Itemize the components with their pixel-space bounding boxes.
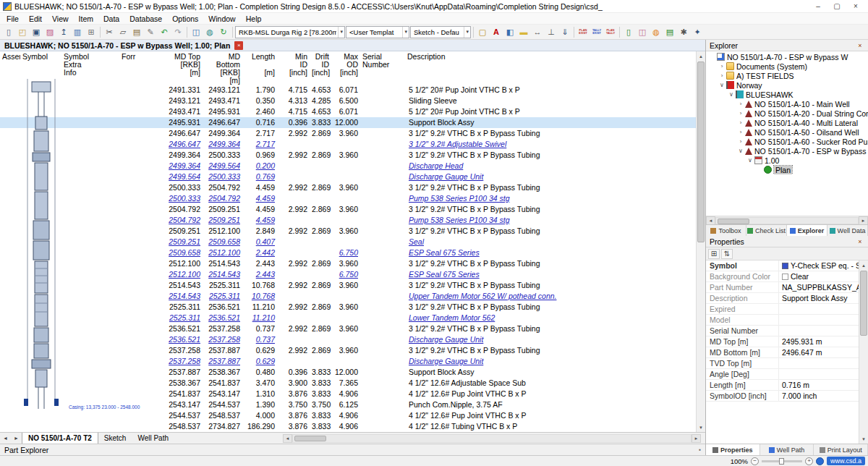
column-header[interactable]: Length [m] <box>242 51 277 85</box>
table-row[interactable]: 2509.251 2512.100 2.849 2.992 2.869 3.96… <box>0 226 696 237</box>
table-row[interactable]: 2500.333 2504.792 4.459 Pump 538 Series … <box>0 193 696 204</box>
menu-item[interactable]: Data <box>98 13 124 24</box>
length-cell[interactable]: 0.480 <box>242 367 277 378</box>
expander-icon[interactable]: › <box>737 101 744 107</box>
description-cell[interactable]: Discharge Head <box>405 161 696 171</box>
length-cell[interactable]: 11.210 <box>242 302 277 313</box>
drift-id-cell[interactable] <box>310 215 331 226</box>
gauge-icon[interactable]: ◍ <box>650 26 663 38</box>
drift-id-cell[interactable] <box>310 334 331 345</box>
property-row[interactable]: Angle [Deg] ▼ <box>706 369 859 380</box>
md-top-cell[interactable]: 2512.100 <box>163 258 203 269</box>
max-od-cell[interactable]: 3.960 <box>331 128 360 139</box>
max-od-cell[interactable]: 6.071 <box>331 106 360 117</box>
tab-well-data[interactable]: Well Data <box>827 225 868 236</box>
max-od-cell[interactable] <box>331 215 360 226</box>
md-top-cell[interactable]: 2525.311 <box>163 313 203 323</box>
highlight-icon[interactable]: ▬ <box>517 26 530 38</box>
chevron-down-icon[interactable]: ▾ <box>464 27 470 38</box>
min-id-cell[interactable] <box>277 247 310 258</box>
length-cell[interactable]: 2.849 <box>242 226 277 237</box>
description-cell[interactable]: 3 1/2" 9.2# VTHC B x P Bypass Tubing <box>405 323 696 334</box>
table-row[interactable]: 2509.251 2509.658 0.407 Seal <box>0 237 696 247</box>
drift-id-cell[interactable]: 2.869 <box>310 226 331 237</box>
serial-number-cell[interactable] <box>360 193 405 204</box>
properties-close-icon[interactable]: × <box>856 238 864 245</box>
new-document-icon[interactable]: ▯ <box>2 26 15 38</box>
md-top-cell[interactable]: 2493.471 <box>163 106 203 117</box>
drift-id-cell[interactable]: 4.653 <box>310 85 331 96</box>
max-od-cell[interactable]: 4.906 <box>331 421 360 432</box>
max-od-cell[interactable]: 3.960 <box>331 323 360 334</box>
part-explorer-label[interactable]: Part Explorer <box>4 446 48 454</box>
drift-id-cell[interactable]: 3.833 <box>310 389 331 399</box>
max-od-cell[interactable]: 6.750 <box>331 247 360 258</box>
md-top-cell[interactable]: 2509.251 <box>163 237 203 247</box>
md-bottom-cell[interactable]: 2544.537 <box>203 399 242 410</box>
property-row[interactable]: Part Number NA_SUPPBLKASSY_A ▼ <box>706 282 859 293</box>
drift-id-cell[interactable] <box>310 139 331 150</box>
drift-id-cell[interactable] <box>310 193 331 204</box>
menu-item[interactable]: View <box>47 13 74 24</box>
property-value[interactable]: 0.716 m ▼ <box>778 380 859 390</box>
menu-item[interactable]: Item <box>74 13 98 24</box>
chevron-down-icon[interactable]: ▾ <box>402 27 409 38</box>
serial-number-cell[interactable] <box>360 128 405 139</box>
serial-number-cell[interactable] <box>360 399 405 410</box>
md-top-cell[interactable]: 2499.364 <box>163 150 203 161</box>
md-bottom-cell[interactable]: 2514.543 <box>203 269 242 280</box>
expander-icon[interactable]: ∨ <box>737 148 744 154</box>
max-od-cell[interactable]: 12.000 <box>331 367 360 378</box>
part-explorer-bar[interactable]: Part Explorer ▪ <box>0 444 705 455</box>
md-bottom-cell[interactable]: 2496.647 <box>203 117 242 128</box>
md-top-cell[interactable]: 2499.564 <box>163 171 203 182</box>
min-id-cell[interactable]: 2.992 <box>277 182 310 193</box>
drift-id-cell[interactable]: 3.833 <box>310 117 331 128</box>
menu-item[interactable]: Help <box>241 13 267 24</box>
serial-number-cell[interactable] <box>360 421 405 432</box>
length-cell[interactable]: 1.310 <box>242 389 277 399</box>
length-cell[interactable]: 10.768 <box>242 291 277 302</box>
min-id-cell[interactable] <box>277 215 310 226</box>
sort-alpha-icon[interactable]: ⇅ <box>721 249 733 259</box>
serial-number-cell[interactable] <box>360 323 405 334</box>
min-id-cell[interactable]: 2.992 <box>277 226 310 237</box>
drift-id-cell[interactable] <box>310 237 331 247</box>
column-header[interactable]: Forr <box>119 51 163 85</box>
md-bottom-cell[interactable]: 2499.364 <box>203 139 242 150</box>
length-cell[interactable]: 2.717 <box>242 128 277 139</box>
user-template-combo[interactable]: <User Templat ▾ <box>346 26 409 38</box>
min-id-cell[interactable]: 2.992 <box>277 150 310 161</box>
length-cell[interactable]: 0.350 <box>242 96 277 106</box>
table-row[interactable]: 2525.311 2536.521 11.210 Lower Tandem Mo… <box>0 313 696 323</box>
md-bottom-cell[interactable]: 2499.364 <box>203 128 242 139</box>
table-row[interactable]: 2491.331 2493.121 1.790 4.715 4.653 6.07… <box>0 85 696 96</box>
sketch-style-combo[interactable]: Sketch - Defau ▾ <box>410 26 471 38</box>
length-cell[interactable]: 0.716 <box>242 117 277 128</box>
length-cell[interactable]: 3.470 <box>242 378 277 389</box>
tree-item-version-100[interactable]: ∨ 1.00 <box>706 156 868 165</box>
tree-item-well-a60[interactable]: › NO 5150/1-A-60 - Sucker Rod Pump Wel <box>706 137 868 146</box>
table-row[interactable]: 2512.100 2514.543 2.443 6.750 ESP Seal 6… <box>0 269 696 280</box>
length-cell[interactable]: 2.717 <box>242 139 277 150</box>
md-bottom-cell[interactable]: 2538.367 <box>203 367 242 378</box>
serial-number-cell[interactable] <box>360 237 405 247</box>
sheet-tab-completion[interactable]: NO 5150/1-A-70 T2 <box>22 433 98 444</box>
table-row[interactable]: 2537.258 2537.887 0.629 2.992 2.869 3.96… <box>0 345 696 356</box>
length-cell[interactable]: 2.443 <box>242 269 277 280</box>
drift-id-cell[interactable]: 2.869 <box>310 258 331 269</box>
tree-item-well-a10[interactable]: › NO 5150/1-A-10 - Main Well <box>706 99 868 109</box>
max-od-cell[interactable]: 4.906 <box>331 389 360 399</box>
pin-icon[interactable]: ▪ <box>699 446 701 453</box>
md-top-cell[interactable]: 2514.543 <box>163 291 203 302</box>
md-bottom-cell[interactable]: 2541.837 <box>203 378 242 389</box>
table-vertical-scrollbar[interactable]: ▲ ▼ <box>696 51 705 432</box>
max-od-cell[interactable]: 6.500 <box>331 96 360 106</box>
max-od-cell[interactable]: 3.960 <box>331 204 360 215</box>
min-id-cell[interactable]: 2.992 <box>277 302 310 313</box>
datum-icon[interactable]: ⊥ <box>545 26 558 38</box>
md-bottom-cell[interactable]: 2734.827 <box>203 421 242 432</box>
insert-column-icon[interactable]: ▥ <box>71 26 84 38</box>
md-top-cell[interactable]: 2504.792 <box>163 204 203 215</box>
description-cell[interactable]: 4 1/2" 12.6# Pup Joint VTHC B x P <box>405 410 696 421</box>
